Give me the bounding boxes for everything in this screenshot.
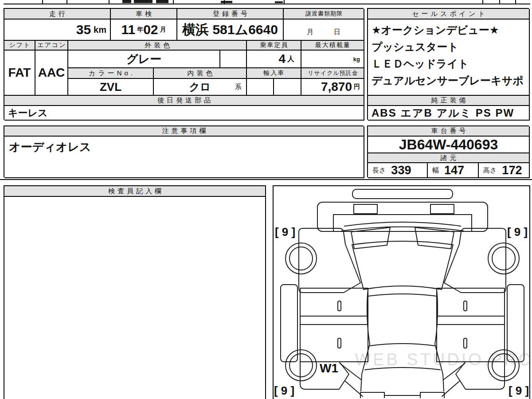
wheel-front-left xyxy=(286,243,317,274)
genuine-equipment-value-cell: ABS エアB アルミ PS PW xyxy=(368,106,530,121)
wheel-rear-left xyxy=(286,350,317,381)
capacity-header-label: 乗車定員 xyxy=(260,41,289,49)
spec-width-cell: 幅 147 xyxy=(428,163,479,178)
specs-header: 諸元 xyxy=(368,153,530,163)
sales-points-content: ★オークションデビュー★ プッシュスタート ＬＥＤヘッドライト デュアルセンサー… xyxy=(368,20,530,96)
wheel-rear-left-rim xyxy=(289,354,313,377)
sales-point-line: ★オークションデビュー★ xyxy=(372,22,525,39)
recycle-deposit-value: 7,870 xyxy=(321,80,352,94)
transfer-deadline-day-label: 日 xyxy=(334,28,340,36)
shaken-year-unit: 年 xyxy=(137,26,143,34)
windshield-outline xyxy=(344,222,461,226)
interior-color-suffix: 系 xyxy=(235,83,242,91)
wheel-note-w1: W1 xyxy=(320,361,338,375)
inspector-header-label: 検査員記入欄 xyxy=(108,187,164,196)
remnant-divider xyxy=(66,0,67,4)
registration-value: 横浜 581ム6640 xyxy=(182,21,278,39)
cropped-text-remnant xyxy=(156,0,168,3)
max-load-unit: kg xyxy=(353,56,360,63)
cropped-text-remnant xyxy=(134,0,153,3)
import-car-header: 輸入車 xyxy=(247,68,301,79)
windshield-pane-left xyxy=(351,227,390,249)
front-roof-bar xyxy=(352,189,453,199)
notes-header: 注意事項欄 xyxy=(4,126,364,137)
aircon-value: AAC xyxy=(38,66,65,80)
capacity-value: 4 xyxy=(278,52,286,66)
shaken-month-unit: 月 xyxy=(160,26,166,34)
sales-point-line: デュアルセンサーブレーキサポ xyxy=(372,72,525,89)
notes-box: 注意事項欄 オーディオレス xyxy=(4,125,364,177)
spec-height-value: 172 xyxy=(502,164,522,177)
notes-value: オーディオレス xyxy=(9,139,91,155)
remnant-divider xyxy=(109,0,110,4)
interior-color-header-label: 内装色 xyxy=(188,69,215,78)
door-divider-right xyxy=(437,316,505,325)
capacity-value-cell: 4 人 xyxy=(247,51,301,68)
section-divider-line xyxy=(0,179,532,180)
corner-grade-bottom-right: [ 9 ] xyxy=(509,384,529,397)
capacity-header: 乗車定員 xyxy=(247,41,301,51)
side-sill-left xyxy=(281,285,297,362)
front-fender-left xyxy=(299,228,360,293)
roof-rear-seam xyxy=(370,344,435,346)
door-handle-front-left xyxy=(338,301,341,311)
corner-grade-top-left: [ 9 ] xyxy=(275,225,295,239)
cropped-text-remnant xyxy=(221,1,232,3)
shift-header: シフト xyxy=(4,41,35,51)
inspector-box: 検査員記入欄 xyxy=(4,185,266,399)
door-handle-rear-right xyxy=(464,338,467,348)
genuine-equipment-value: ABS エアB アルミ PS PW xyxy=(372,106,514,120)
import-car-empty-cell-1 xyxy=(247,79,274,96)
sales-points-box: セールスポイント ★オークションデビュー★ プッシュスタート ＬＥＤヘッドライト… xyxy=(367,8,529,120)
watermark-text: WEB STUDIO.PRO xyxy=(355,350,529,369)
spec-length-label: 長さ xyxy=(372,166,386,175)
sales-points-header-label: セールスポイント xyxy=(412,10,487,18)
chassis-header: 車台番号 xyxy=(368,126,530,137)
shift-header-label: シフト xyxy=(9,41,31,49)
interior-color-value: クロ xyxy=(189,80,211,94)
wheel-front-left-rim xyxy=(289,247,313,270)
spec-width-value: 147 xyxy=(444,164,464,177)
corner-grade-bottom-left: [ 9 ] xyxy=(274,384,294,397)
remnant-bottom-line xyxy=(4,4,530,4)
front-fender-right xyxy=(444,228,506,293)
exterior-color-empty-cell xyxy=(220,51,247,68)
cropped-text-remnant xyxy=(122,0,131,3)
exterior-color-header-label: 外装色 xyxy=(145,41,172,50)
chassis-value-cell: JB64W-440693 xyxy=(368,137,530,153)
door-handle-front-right xyxy=(464,301,467,311)
later-parts-header: 後日発送部品 xyxy=(4,96,364,106)
shift-value-cell: FAT xyxy=(4,51,35,96)
bumper-vent-right xyxy=(430,204,454,214)
bumper-vent-left xyxy=(354,204,377,214)
shaken-year: 11 xyxy=(121,22,135,37)
spec-width-label: 幅 xyxy=(432,166,439,175)
max-load-header-label: 最大積載量 xyxy=(315,41,351,49)
windshield-outline-2 xyxy=(341,227,464,231)
mileage-header-label: 走行 xyxy=(49,10,68,18)
later-parts-value-cell: キーレス xyxy=(4,106,364,121)
notes-content: オーディオレス xyxy=(4,137,364,178)
front-grille xyxy=(333,215,472,231)
sales-point-line: ＬＥＤヘッドライト xyxy=(372,55,525,72)
later-parts-value: キーレス xyxy=(8,106,48,120)
corner-grade-top-right: [ 9 ] xyxy=(507,225,528,239)
remnant-divider xyxy=(42,0,43,4)
aircon-value-cell: AAC xyxy=(35,51,68,96)
import-car-empty-cell-2 xyxy=(274,79,301,96)
car-top-view-diagram: WEB STUDIO.PRO xyxy=(274,186,529,398)
wheel-front-right-rim xyxy=(492,247,515,270)
inspector-header: 検査員記入欄 xyxy=(4,186,265,197)
chassis-header-label: 車台番号 xyxy=(431,127,469,135)
color-no-header: カラーNo. xyxy=(68,68,154,79)
spec-length-cell: 長さ 339 xyxy=(368,163,428,178)
spec-height-cell: 高さ 172 xyxy=(479,163,530,178)
registration-header-label: 登録番号 xyxy=(213,10,250,18)
door-divider-left xyxy=(300,316,368,325)
auction-sheet: 走行 車検 登録番号 譲渡書類期限 35 km 11 年 02 月 横浜 581… xyxy=(0,0,532,399)
genuine-equipment-header: 純正装備 xyxy=(368,96,530,106)
tail-light-left xyxy=(360,392,384,398)
registration-header: 登録番号 xyxy=(177,9,284,20)
chassis-specs-box: 車台番号 JB64W-440693 諸元 長さ 339 幅 147 高さ 172 xyxy=(367,125,529,177)
specs-header-label: 諸元 xyxy=(441,154,459,162)
